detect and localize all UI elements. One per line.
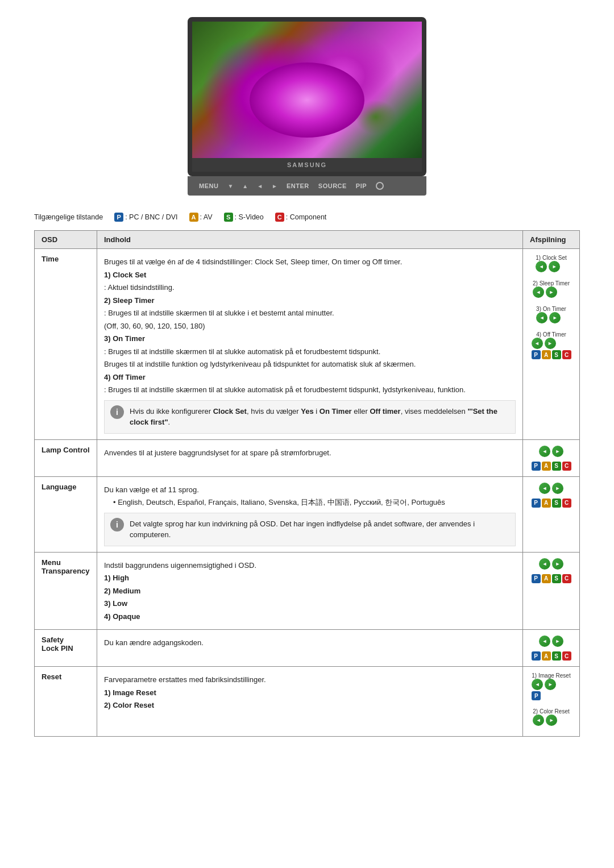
time-item3-text2: Bruges til at indstille funktion og lyds… [104,359,516,370]
trans-pasc-s: S [552,574,561,583]
safety-arrow-left[interactable]: ◄ [539,636,550,647]
lang-arrow-right[interactable]: ► [552,483,563,494]
time-intro: Bruges til at vælge én af de 4 tidsindst… [104,256,516,268]
trans-arrow-right[interactable]: ► [552,558,563,570]
play-lamp: ◄ ► P A S C [523,439,580,476]
transparency-intro: Indstil baggrundens uigennemsigtighed i … [104,560,516,571]
arrow-left-3[interactable]: ◄ [536,312,547,323]
off-timer-pasc: P A S C [532,350,571,359]
table-row-lamp: Lamp Control Anvendes til at justere bag… [35,439,580,476]
time-item3-text: : Bruges til at indstille skærmen til at… [104,346,516,358]
power-button[interactable] [376,182,384,190]
lamp-text: Anvendes til at justere baggrundslyset f… [104,447,516,459]
clock-set-arrows: ◄ ► [536,261,566,272]
time-note-text: Hvis du ikke konfigurerer Clock Set, hvi… [130,406,511,428]
lang-pasc-a: A [542,499,551,508]
lamp-arrow-right[interactable]: ► [552,446,563,457]
transparency-arrows: ◄ ► [539,558,563,570]
mode-a: A: AV [189,213,213,222]
safety-text: Du kan ændre adgangskoden. [104,637,516,649]
play-reset: 1) Image Reset ◄ ► P 2) Color Reset ◄ [523,667,580,737]
content-lamp: Anvendes til at justere baggrundslyset f… [97,439,523,476]
trans-pasc-p: P [532,574,541,583]
time-item1-bold: 1) Clock Set [104,271,146,279]
off-timer-arrows: ◄ ► [532,338,571,349]
svg-text:i: i [116,408,118,417]
badge-c: C [275,213,284,222]
image-reset-arrow-right[interactable]: ► [545,679,556,690]
osd-lamp: Lamp Control [35,439,97,476]
main-table: OSD Indhold Afspilning Time Bruges til a… [34,230,580,737]
lamp-pasc: P A S C [532,462,571,471]
arrow-right-2[interactable]: ► [546,286,557,298]
mode-c: C: Component [275,213,327,222]
th-content: Indhold [97,231,523,249]
transparency-pasc: P A S C [532,574,571,583]
play-lamp-section: ◄ ► P A S C [530,446,572,471]
right-button[interactable]: ► [272,183,277,189]
lang-pasc-s: S [552,499,561,508]
safety-pasc-p: P [532,651,541,661]
arrow-right-1[interactable]: ► [549,261,560,272]
pip-button[interactable]: PIP [356,182,367,189]
transparency-3: 3) Low [104,599,127,608]
language-arrows: ◄ ► [539,483,563,494]
image-reset-pasc: P [532,691,570,700]
table-row-transparency: MenuTransparency Indstil baggrundens uig… [35,552,580,630]
time-item1-text: : Aktuel tidsindstilling. [104,282,516,293]
transparency-4: 4) Opaque [104,612,140,621]
badge-s: S [224,213,233,222]
time-item2-bold: 2) Sleep Timer [104,296,155,305]
lang-pasc-c: C [562,499,571,508]
arrow-left-4[interactable]: ◄ [532,338,543,349]
lamp-arrow-left[interactable]: ◄ [539,446,550,457]
monitor-bottom: SAMSUNG [192,158,422,172]
content-reset: Farveparametre erstattes med fabriksinds… [97,667,523,737]
lang-arrow-left[interactable]: ◄ [539,483,550,494]
play-color-reset: 2) Color Reset ◄ ► [533,708,569,726]
arrow-right-4[interactable]: ► [545,338,556,349]
arrow-left-2[interactable]: ◄ [533,286,544,298]
color-reset-arrow-right[interactable]: ► [546,715,557,726]
play-on-timer: 3) On Timer ◄ ► [536,306,566,323]
off-timer-label: 4) Off Timer [532,331,571,338]
play-image-reset: 1) Image Reset ◄ ► P [532,672,570,700]
badge-a: A [189,213,198,222]
play-reset-section: 1) Image Reset ◄ ► P 2) Color Reset ◄ [530,672,572,730]
time-item2-sub: (Off, 30, 60, 90, 120, 150, 180) [104,321,516,332]
image-reset-arrow-left[interactable]: ◄ [532,679,543,690]
image-reset-p: P [532,691,541,700]
play-language: ◄ ► P A S C [523,476,580,552]
source-button[interactable]: SOURCE [318,182,347,189]
samsung-logo: SAMSUNG [287,161,327,168]
lamp-pasc-p: P [532,462,541,471]
clock-set-label: 1) Clock Set [536,255,566,261]
left-button[interactable]: ◄ [257,183,263,189]
play-transparency-section: ◄ ► P A S C [530,558,572,583]
enter-button[interactable]: ENTER [287,182,309,189]
mode-s: S: S-Video [224,213,264,222]
color-reset-label: 2) Color Reset [533,708,569,715]
color-reset-arrow-left[interactable]: ◄ [533,715,544,726]
arrow-right-3[interactable]: ► [549,312,561,323]
up-button[interactable]: ▲ [242,183,248,189]
content-transparency: Indstil baggrundens uigennemsigtighed i … [97,552,523,630]
table-row-safety: SafetyLock PIN Du kan ændre adgangskoden… [35,630,580,667]
play-off-timer: 4) Off Timer ◄ ► P A S C [532,331,571,359]
menu-button[interactable]: MENU [199,182,218,189]
badge-p: P [114,213,123,222]
content-time: Bruges til at vælge én af de 4 tidsindst… [97,249,523,440]
table-row-language: Language Du kan vælge et af 11 sprog. • … [35,476,580,552]
arrow-left-1[interactable]: ◄ [536,261,547,272]
down-button[interactable]: ▼ [227,183,233,189]
pasc-a: A [542,350,551,359]
time-note: i Hvis du ikke konfigurerer Clock Set, h… [104,400,516,434]
reset-intro: Farveparametre erstattes med fabriksinds… [104,674,516,686]
trans-arrow-left[interactable]: ◄ [539,558,550,570]
play-sleep-timer: 2) Sleep Timer ◄ ► [533,280,570,298]
osd-transparency: MenuTransparency [35,552,97,630]
time-item3-bold: 3) On Timer [104,334,145,343]
reset-1: 1) Image Reset [104,688,156,697]
time-item4-bold: 4) Off Timer [104,373,146,381]
safety-arrow-right[interactable]: ► [552,636,563,647]
